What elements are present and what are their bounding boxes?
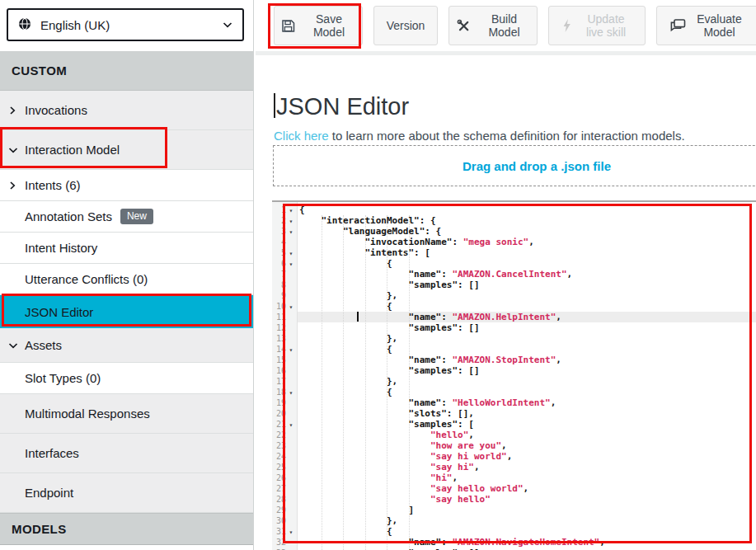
dropzone-label: Drag and drop a .json file (463, 159, 611, 173)
build-icon (456, 18, 471, 33)
sidebar-section-custom: CUSTOM (0, 51, 253, 91)
gutter-line-26[interactable]: 26 (272, 472, 297, 483)
code-line-4: "invocationName": "mega sonic", (299, 237, 605, 247)
chevron-down-icon (223, 21, 232, 29)
app-root: English (UK) CUSTOM InvocationsInteracti… (0, 0, 756, 550)
gutter-line-32[interactable]: 32 (272, 537, 297, 548)
sidebar-item-intent-history[interactable]: Intent History (0, 233, 253, 264)
sidebar-item-annotation-sets[interactable]: Annotation SetsNew (0, 201, 253, 233)
language-selector-label: English (UK) (40, 18, 110, 32)
gutter-line-8[interactable]: 8 (272, 280, 297, 290)
gutter-line-30[interactable]: 30 (272, 515, 297, 526)
code-line-20: "slots": [], (299, 408, 605, 419)
evaluate-model-button[interactable]: Evaluate Model (656, 6, 756, 45)
gutter-line-14[interactable]: 14▾ (272, 344, 297, 355)
code-line-17: }, (299, 376, 605, 387)
build-model-button[interactable]: Build Model (448, 6, 538, 45)
gutter-line-22[interactable]: 22 (272, 430, 297, 440)
button-label: Build Model (478, 12, 531, 39)
gutter-line-9[interactable]: 9 (272, 290, 297, 301)
chevron-down-icon (8, 146, 18, 154)
page-title-text: JSON Editor (276, 93, 409, 120)
sidebar-item-interfaces[interactable]: Interfaces (0, 434, 253, 473)
new-badge: New (120, 209, 153, 224)
gutter-line-23[interactable]: 23 (272, 440, 297, 451)
gutter-line-15[interactable]: 15 (272, 355, 297, 365)
editor-code: { "interactionModel": { "languageModel":… (299, 204, 605, 550)
gutter-line-29[interactable]: 29 (272, 505, 297, 515)
gutter-line-31[interactable]: 31▾ (272, 526, 297, 537)
schema-help-text: Click here to learn more about the schem… (274, 129, 685, 143)
gutter-line-16[interactable]: 16 (272, 365, 297, 376)
gutter-line-1[interactable]: 1▾ (272, 204, 297, 215)
gutter-line-13[interactable]: 13 (272, 333, 297, 344)
sidebar-item-utterance-conflicts-0[interactable]: Utterance Conflicts (0) (0, 264, 253, 295)
sidebar-item-label: Utterance Conflicts (0) (25, 272, 148, 286)
sidebar-item-label: Invocations (25, 103, 87, 117)
gutter-line-27[interactable]: 27 (272, 483, 297, 494)
gutter-line-12[interactable]: 12 (272, 322, 297, 333)
sidebar-item-label: Interfaces (25, 446, 79, 460)
sidebar-item-interaction-model[interactable]: Interaction Model (0, 130, 253, 170)
button-label: Update live skill (580, 12, 632, 39)
language-selector[interactable]: English (UK) (7, 8, 244, 41)
click-here-link[interactable]: Click here (274, 129, 329, 143)
gutter-line-6[interactable]: 6▾ (272, 258, 297, 269)
gutter-line-28[interactable]: 28 (272, 494, 297, 505)
gutter-line-19[interactable]: 19 (272, 397, 297, 408)
gutter-line-4[interactable]: 4 (272, 237, 297, 247)
code-line-30: }, (299, 515, 605, 526)
sidebar-item-label: Multimodal Responses (25, 407, 150, 421)
editor-cursor (357, 312, 359, 322)
code-line-23: "how are you", (299, 440, 605, 451)
code-line-14: { (299, 344, 605, 355)
button-label: Save Model (303, 12, 355, 39)
sidebar-item-multimodal-responses[interactable]: Multimodal Responses (0, 394, 253, 434)
sidebar-item-label: Annotation Sets (25, 209, 112, 223)
gutter-line-7[interactable]: 7 (272, 269, 297, 280)
code-line-10: { (299, 301, 605, 312)
chevron-right-icon (8, 106, 16, 115)
gutter-line-3[interactable]: 3▾ (272, 226, 297, 237)
json-dropzone[interactable]: Drag and drop a .json file (273, 145, 756, 186)
sidebar-nav: InvocationsInteraction ModelIntents (6)A… (0, 91, 253, 513)
editor-gutter: 1▾2▾3▾45▾6▾78910▾11121314▾15161718▾19202… (272, 202, 298, 550)
save-model-button[interactable]: Save Model (274, 6, 363, 45)
code-line-9: }, (299, 290, 605, 301)
code-line-3: "languageModel": { (299, 226, 605, 237)
code-line-2: "interactionModel": { (299, 215, 605, 226)
code-line-18: { (299, 387, 605, 397)
sidebar-item-label: Interaction Model (25, 143, 120, 157)
gutter-line-18[interactable]: 18▾ (272, 387, 297, 397)
update-live-skill-button[interactable]: Update live skill (548, 6, 646, 45)
code-line-7: "name": "AMAZON.CancelIntent", (299, 269, 605, 280)
sidebar-item-endpoint[interactable]: Endpoint (0, 473, 253, 513)
sidebar-item-json-editor[interactable]: JSON Editor (0, 295, 253, 328)
sidebar: English (UK) CUSTOM InvocationsInteracti… (0, 0, 254, 550)
toolbar: Save ModelVersionBuild ModelUpdate live … (256, 0, 756, 51)
gutter-line-20[interactable]: 20 (272, 408, 297, 419)
version-button[interactable]: Version (373, 6, 438, 45)
sidebar-item-assets[interactable]: Assets (0, 328, 253, 363)
sidebar-item-slot-types-0[interactable]: Slot Types (0) (0, 363, 253, 394)
sidebar-item-invocations[interactable]: Invocations (0, 91, 253, 130)
json-code-editor[interactable]: 1▾2▾3▾45▾6▾78910▾11121314▾15161718▾19202… (272, 200, 756, 550)
code-line-27: "say hello world", (299, 483, 605, 494)
sidebar-item-label: Intent History (25, 241, 97, 255)
sidebar-item-label: Slot Types (0) (25, 371, 101, 385)
sidebar-item-label: Endpoint (25, 486, 73, 500)
gutter-line-5[interactable]: 5▾ (272, 247, 297, 258)
gutter-line-10[interactable]: 10▾ (272, 301, 297, 312)
gutter-line-21[interactable]: 21▾ (272, 419, 297, 430)
gutter-line-25[interactable]: 25 (272, 462, 297, 472)
code-line-6: { (299, 258, 605, 269)
sidebar-item-intents-6[interactable]: Intents (6) (0, 170, 253, 201)
gutter-line-24[interactable]: 24 (272, 451, 297, 462)
sidebar-item-label: JSON Editor (25, 305, 93, 319)
code-line-22: "hello", (299, 430, 605, 440)
gutter-line-2[interactable]: 2▾ (272, 215, 297, 226)
gutter-line-11[interactable]: 11 (272, 312, 297, 322)
gutter-line-17[interactable]: 17 (272, 376, 297, 387)
code-line-11: "name": "AMAZON.HelpIntent", (299, 312, 605, 322)
code-line-21: "samples": [ (299, 419, 605, 430)
